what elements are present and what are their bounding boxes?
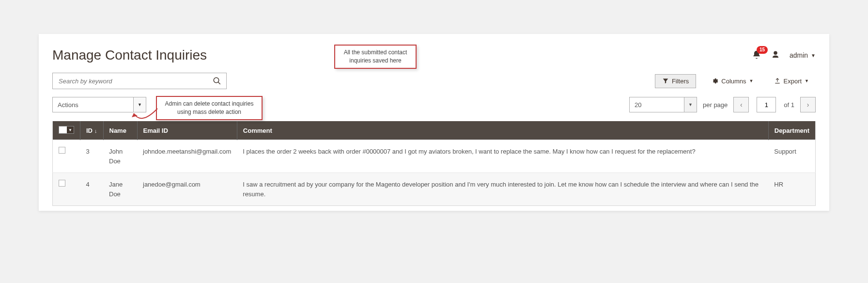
callout-saved-here: All the submitted contact inquiries save… <box>334 45 417 69</box>
account-icon[interactable] <box>771 50 780 61</box>
col-header-id[interactable]: ID↓ <box>80 121 104 140</box>
filters-label: Filters <box>672 78 689 85</box>
per-page-value: 20 <box>630 101 684 109</box>
search-input[interactable] <box>58 77 213 85</box>
sort-desc-icon: ↓ <box>94 128 97 134</box>
actions-label: Actions <box>53 101 133 109</box>
table-row[interactable]: 3 John Doe johndoe.meetanshi@gmail.com I… <box>53 140 816 173</box>
col-header-email[interactable]: Email ID <box>137 121 237 140</box>
table-row[interactable]: 4 Jane Doe janedoe@gmail.com I saw a rec… <box>53 173 816 206</box>
cell-email: johndoe.meetanshi@gmail.com <box>137 140 237 173</box>
col-header-department[interactable]: Department <box>768 121 815 140</box>
grid-header-row: ▼ ID↓ Name Email ID Comment Department <box>53 121 816 140</box>
select-all-header[interactable]: ▼ <box>53 121 80 140</box>
page-header: Manage Contact Inquiries 15 admin ▼ <box>52 47 816 63</box>
total-pages-label: of 1 <box>784 101 794 109</box>
export-label: Export <box>784 78 802 85</box>
caret-down-icon: ▼ <box>133 97 146 112</box>
cell-name: John Doe <box>103 140 137 173</box>
prev-page-button[interactable]: ‹ <box>733 97 749 112</box>
cell-email: janedoe@gmail.com <box>137 173 237 206</box>
callout-text: Admin can delete contact inquiries using… <box>163 100 256 116</box>
export-icon <box>774 78 781 84</box>
columns-button[interactable]: Columns ▼ <box>705 74 760 88</box>
callout-mass-delete: Admin can delete contact inquiries using… <box>156 96 263 120</box>
admin-panel: All the submitted contact inquiries save… <box>39 34 829 211</box>
cell-department: Support <box>768 140 815 173</box>
inquiries-grid: ▼ ID↓ Name Email ID Comment Department 3… <box>52 121 816 206</box>
notification-badge: 15 <box>757 46 768 54</box>
notifications-button[interactable]: 15 <box>752 50 761 61</box>
row-checkbox[interactable] <box>59 147 65 154</box>
cell-comment: I saw a recruitment ad by your company f… <box>237 173 768 206</box>
next-page-button[interactable]: › <box>800 97 816 112</box>
mass-actions-dropdown[interactable]: Actions ▼ <box>52 97 146 112</box>
svg-line-1 <box>218 82 220 84</box>
admin-username: admin <box>790 51 808 59</box>
per-page-select[interactable]: 20 ▼ <box>629 97 697 112</box>
gear-icon <box>712 78 718 84</box>
columns-label: Columns <box>721 78 746 85</box>
funnel-icon <box>662 78 669 84</box>
svg-point-0 <box>214 78 219 83</box>
search-input-wrap[interactable] <box>52 73 227 89</box>
checkbox-icon <box>59 126 67 133</box>
page-title: Manage Contact Inquiries <box>52 47 207 63</box>
pager: 20 ▼ per page ‹ of 1 › <box>629 97 816 112</box>
cell-id: 3 <box>80 140 104 173</box>
caret-down-icon: ▼ <box>67 126 74 133</box>
current-page-input[interactable] <box>757 97 776 112</box>
cell-department: HR <box>768 173 815 206</box>
caret-down-icon: ▼ <box>684 97 697 112</box>
export-button[interactable]: Export ▼ <box>767 74 816 88</box>
row-checkbox[interactable] <box>59 180 65 187</box>
caret-down-icon: ▼ <box>805 79 809 83</box>
per-page-label: per page <box>703 101 728 109</box>
admin-user-dropdown[interactable]: admin ▼ <box>790 51 816 59</box>
filters-button[interactable]: Filters <box>655 74 696 88</box>
caret-down-icon: ▼ <box>749 79 754 83</box>
search-icon[interactable] <box>213 77 221 85</box>
cell-name: Jane Doe <box>103 173 137 206</box>
caret-down-icon: ▼ <box>811 53 816 58</box>
col-header-name[interactable]: Name <box>103 121 137 140</box>
cell-id: 4 <box>80 173 104 206</box>
cell-comment: I places the order 2 weeks back with ord… <box>237 140 768 173</box>
col-header-comment[interactable]: Comment <box>237 121 768 140</box>
